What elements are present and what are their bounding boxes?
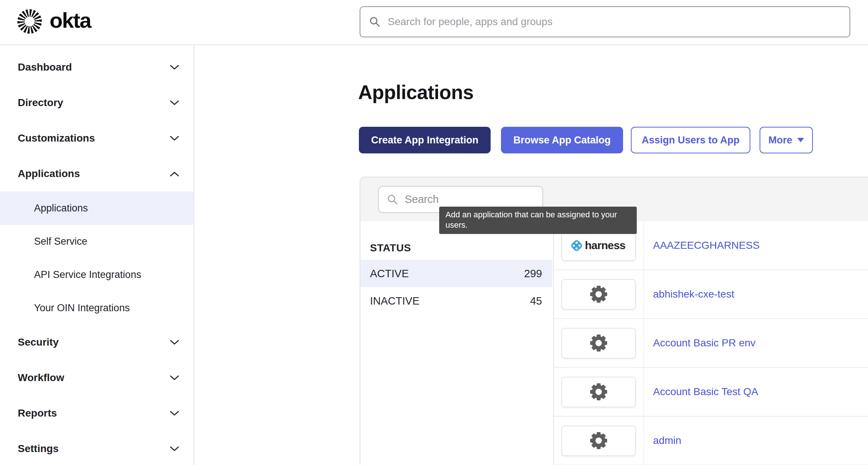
okta-logo[interactable]: okta [17,9,91,34]
app-list: harness AAAZEECGHARNESS abhishek-cxe-tes… [553,221,868,465]
browse-app-catalog-button[interactable]: Browse App Catalog [501,127,623,153]
sidebar-item-directory[interactable]: Directory [0,85,194,121]
status-filter-label: ACTIVE [370,268,409,280]
status-filter-pane: STATUS ACTIVE 299 INACTIVE 45 [360,221,552,465]
chevron-down-icon [169,64,179,71]
app-row: abhishek-cxe-test [554,270,868,319]
sidebar-item-customizations[interactable]: Customizations [0,121,194,156]
button-label: Browse App Catalog [513,135,610,146]
app-link[interactable]: AAAZEECGHARNESS [653,240,760,251]
sidebar-item-label: Reports [18,407,57,419]
app-logo-cell [554,319,644,367]
gear-icon [590,286,607,303]
sidebar-item-label: Applications [18,168,80,180]
status-filter-inactive[interactable]: INACTIVE 45 [360,287,552,315]
chevron-up-icon [169,171,179,177]
app-logo-card: harness [561,230,636,261]
sidebar-item-workflow[interactable]: Workflow [0,360,194,396]
status-filter-count: 45 [530,295,542,307]
app-row: admin [554,417,868,465]
app-link[interactable]: Account Basic Test QA [653,386,758,398]
sidebar-nav: Dashboard Directory Customizations Appli… [0,44,194,465]
sidebar-subitem-label: Applications [34,203,88,214]
app-logo-cell [554,417,644,465]
status-filter-active[interactable]: ACTIVE 299 [360,260,552,287]
tooltip: Add an application that can be assigned … [439,207,637,234]
app-logo-card [561,279,636,310]
sidebar-item-label: Security [18,336,59,348]
app-row: Account Basic PR env [554,319,868,368]
sidebar-subitem-api-service-integrations[interactable]: API Service Integrations [0,258,194,291]
chevron-down-icon [169,100,179,106]
global-search-input[interactable] [387,16,841,28]
sidebar-subitem-label: Your OIN Integrations [34,302,130,314]
chevron-down-icon [169,339,179,346]
sidebar-subitem-label: API Service Integrations [34,269,141,281]
sidebar-item-reports[interactable]: Reports [0,396,194,431]
search-icon [369,16,380,27]
status-filter-label: INACTIVE [370,295,420,307]
button-label: Assign Users to App [642,135,740,146]
sidebar-item-security[interactable]: Security [0,325,194,360]
assign-users-to-app-button[interactable]: Assign Users to App [631,127,750,153]
status-filter-count: 299 [524,268,542,280]
gear-icon [590,432,607,449]
sidebar-item-label: Settings [18,443,58,455]
sidebar-subitem-applications[interactable]: Applications [0,191,194,225]
more-button[interactable]: More [760,127,813,153]
chevron-down-icon [169,410,179,417]
app-logo-cell [554,270,644,318]
gear-icon [590,335,607,352]
app-logo-card [561,377,636,407]
sidebar-item-dashboard[interactable]: Dashboard [0,50,194,85]
app-row: Account Basic Test QA [554,368,868,417]
harness-logo-text: harness [585,239,625,252]
app-link[interactable]: admin [653,435,681,447]
button-label: Create App Integration [371,135,478,146]
app-logo-cell [554,368,644,416]
sidebar-item-label: Dashboard [18,61,72,73]
page-title: Applications [358,81,474,104]
chevron-down-icon [169,446,179,452]
app-list-search-input[interactable] [404,193,545,206]
sidebar-item-label: Customizations [18,132,95,144]
harness-diamond-icon [570,239,583,252]
sidebar-item-label: Workflow [18,372,64,384]
app-link[interactable]: abhishek-cxe-test [653,288,734,300]
app-logo-card [561,328,636,359]
app-link[interactable]: Account Basic PR env [653,337,756,349]
caret-down-icon [797,138,804,142]
sidebar-subitem-your-oin-integrations[interactable]: Your OIN Integrations [0,291,194,325]
sidebar-subitem-self-service[interactable]: Self Service [0,225,194,258]
global-search-box[interactable] [360,6,850,37]
okta-wordmark: okta [50,10,91,31]
create-app-integration-button[interactable]: Create App Integration [359,127,491,153]
sidebar-item-label: Directory [18,97,63,109]
search-icon [387,194,398,205]
chevron-down-icon [169,375,179,381]
harness-logo: harness [572,239,625,252]
sidebar-item-settings[interactable]: Settings [0,431,194,465]
okta-sunburst-icon [17,9,42,34]
gear-icon [590,383,607,400]
top-header-bar: okta [0,0,868,45]
button-label: More [768,135,793,146]
sidebar-subitem-label: Self Service [34,236,87,247]
app-logo-card [561,425,636,456]
sidebar-item-applications[interactable]: Applications [0,156,194,191]
chevron-down-icon [169,135,179,142]
